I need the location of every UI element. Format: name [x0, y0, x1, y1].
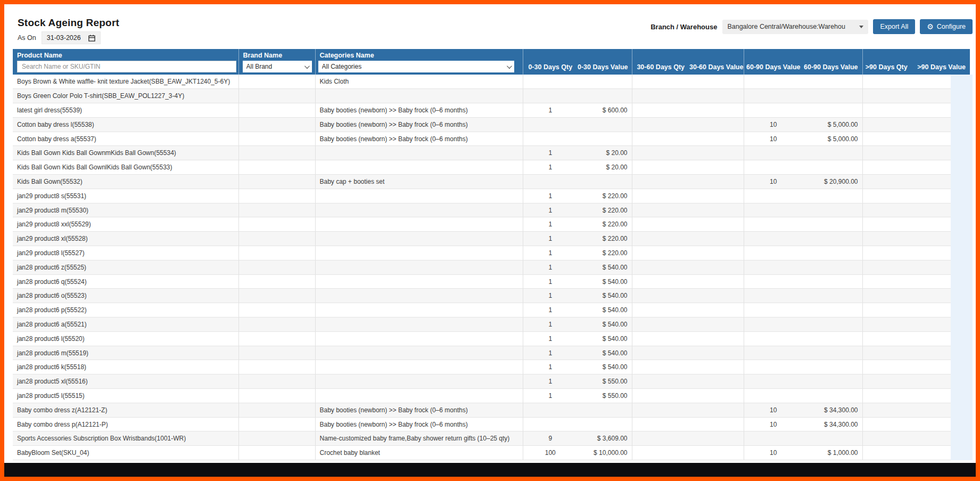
table-row: Sports Accessories Subscription Box Wris… — [13, 431, 970, 446]
cell-90plus-qty — [862, 403, 910, 417]
cell-30-60-qty — [632, 389, 689, 403]
cell-product: Cotton baby dress l(55538) — [13, 117, 238, 132]
cell-0-30-value — [578, 417, 632, 431]
cell-brand — [238, 374, 315, 389]
cell-60-90-qty: 10 — [744, 175, 803, 189]
cell-product: jan29 product8 l(55527) — [13, 246, 238, 260]
cell-product: Boys Brown & White waffle- knit texture … — [13, 75, 238, 89]
cell-product: jan28 product6 a(55521) — [13, 317, 238, 332]
cell-60-90-qty — [744, 203, 803, 217]
cell-60-90-value: $ 34,300.00 — [803, 417, 862, 431]
table-row: Cotton baby dress l(55538)Baby booties (… — [13, 117, 970, 132]
table-row: jan29 product8 l(55527)1$ 220.00 — [13, 246, 970, 260]
cell-90plus-qty — [862, 260, 910, 274]
cell-30-60-value — [689, 246, 744, 260]
cell-0-30-qty: 1 — [523, 189, 578, 203]
cell-product: jan29 product8 s(55531) — [13, 189, 238, 203]
cell-30-60-qty — [632, 289, 689, 303]
configure-button-label: Configure — [937, 23, 966, 30]
cell-60-90-qty — [744, 103, 803, 118]
table-row: jan28 product6 a(55521)1$ 540.00 — [13, 317, 970, 332]
cell-30-60-qty — [632, 417, 689, 431]
cell-0-30-value: $ 550.00 — [578, 374, 632, 389]
as-on-date-input[interactable]: 31-03-2026 — [42, 31, 101, 44]
cell-brand — [238, 117, 315, 132]
cell-30-60-value — [689, 189, 744, 203]
cell-60-90-value: $ 5,000.00 — [803, 132, 862, 146]
cell-90plus-qty — [862, 175, 910, 189]
cell-0-30-value — [578, 175, 632, 189]
cell-product: jan28 product6 q(55524) — [13, 274, 238, 289]
cell-product: jan28 product5 l(55515) — [13, 389, 238, 403]
cell-30-60-qty — [632, 103, 689, 118]
cell-category — [315, 217, 523, 232]
cell-30-60-qty — [632, 274, 689, 289]
cell-30-60-value — [689, 132, 744, 146]
cell-category: Baby booties (newborn) >> Baby frock (0–… — [315, 132, 523, 146]
screenshot-frame: Stock Ageing Report As On 31-03-2026 Bra… — [0, 0, 980, 481]
column-header-60-90-qty: 60-90 Days Value — [744, 49, 803, 75]
cell-0-30-value: $ 220.00 — [578, 203, 632, 217]
cell-30-60-qty — [632, 160, 689, 175]
cell-0-30-qty — [523, 117, 578, 132]
cell-product: jan29 product8 xl(55528) — [13, 232, 238, 246]
cell-90plus-qty — [862, 160, 910, 175]
table-row: BabyBloom Set(SKU_04)Crochet baby blanke… — [13, 446, 970, 460]
cell-60-90-value — [803, 303, 862, 317]
cell-90plus-qty — [862, 346, 910, 360]
cell-30-60-value — [689, 417, 744, 431]
cell-0-30-value — [578, 75, 632, 89]
cell-category — [315, 89, 523, 103]
cell-0-30-qty: 1 — [523, 389, 578, 403]
brand-filter-select[interactable]: All Brand — [243, 61, 312, 72]
cell-60-90-qty: 10 — [744, 417, 803, 431]
categories-filter-select[interactable]: All Categories — [318, 61, 514, 72]
column-header-product: Product Name — [13, 49, 238, 75]
cell-0-30-qty — [523, 175, 578, 189]
cell-0-30-qty: 1 — [523, 346, 578, 360]
cell-30-60-qty — [632, 132, 689, 146]
product-search-input[interactable] — [17, 61, 236, 72]
cell-0-30-value: $ 600.00 — [578, 103, 632, 118]
table-row: Cotton baby dress a(55537)Baby booties (… — [13, 132, 970, 146]
cell-product: Baby combo dress p(A12121-P) — [13, 417, 238, 431]
cell-brand — [238, 75, 315, 89]
cell-30-60-qty — [632, 146, 689, 160]
branch-warehouse-select[interactable]: Bangalore Central/Warehouse:Warehou — [722, 20, 868, 34]
cell-category: Baby cap + booties set — [315, 175, 523, 189]
cell-0-30-value: $ 20.00 — [578, 146, 632, 160]
cell-30-60-qty — [632, 260, 689, 274]
table-row: Kids Ball Gown Kids Ball GownmKids Ball … — [13, 146, 970, 160]
configure-button[interactable]: ⚙ Configure — [920, 19, 973, 34]
export-all-button[interactable]: Export All — [873, 19, 915, 34]
cell-60-90-qty: 10 — [744, 132, 803, 146]
cell-30-60-qty — [632, 246, 689, 260]
cell-60-90-value — [803, 146, 862, 160]
cell-30-60-value — [689, 317, 744, 332]
cell-60-90-value — [803, 89, 862, 103]
cell-0-30-qty: 1 — [523, 374, 578, 389]
right-gutter — [951, 75, 973, 460]
cell-30-60-qty — [632, 203, 689, 217]
cell-30-60-qty — [632, 232, 689, 246]
stock-ageing-table: Product Name Brand Name All Brand Catego… — [13, 49, 970, 460]
table-row: jan29 product8 xl(55528)1$ 220.00 — [13, 232, 970, 246]
cell-60-90-value — [803, 217, 862, 232]
cell-60-90-value — [803, 374, 862, 389]
cell-30-60-value — [689, 232, 744, 246]
cell-brand — [238, 146, 315, 160]
cell-30-60-qty — [632, 374, 689, 389]
cell-60-90-value: $ 20,900.00 — [803, 175, 862, 189]
cell-0-30-qty: 100 — [523, 446, 578, 460]
cell-0-30-qty: 1 — [523, 260, 578, 274]
table-row: Boys Green Color Polo T-shirt(SBB_EAW_PO… — [13, 89, 970, 103]
cell-60-90-qty — [744, 89, 803, 103]
cell-0-30-qty: 1 — [523, 360, 578, 374]
cell-30-60-value — [689, 403, 744, 417]
cell-0-30-qty: 1 — [523, 274, 578, 289]
cell-category — [315, 303, 523, 317]
cell-30-60-value — [689, 374, 744, 389]
cell-0-30-qty: 1 — [523, 232, 578, 246]
cell-60-90-value — [803, 203, 862, 217]
cell-brand — [238, 203, 315, 217]
